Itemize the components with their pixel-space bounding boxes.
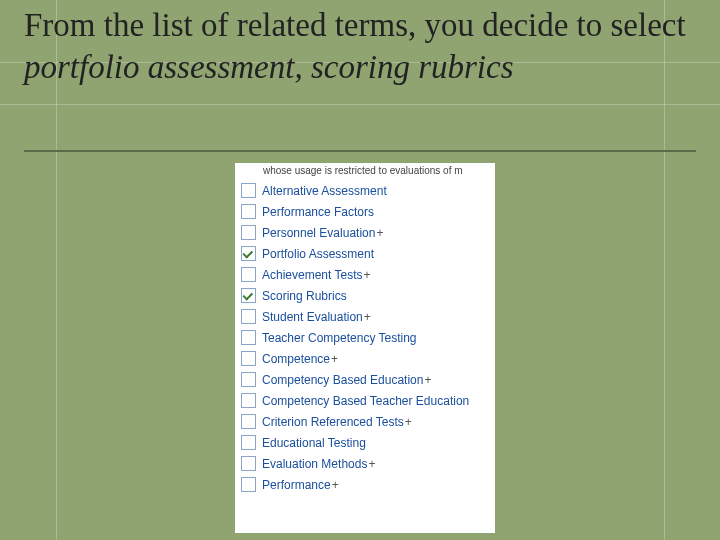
related-terms-list: Alternative AssessmentPerformance Factor…: [235, 180, 495, 495]
term-row: Performance Factors: [235, 201, 495, 222]
term-link[interactable]: Competence: [262, 352, 330, 366]
term-link[interactable]: Competency Based Teacher Education: [262, 394, 469, 408]
term-link[interactable]: Achievement Tests: [262, 268, 363, 282]
term-row: Alternative Assessment: [235, 180, 495, 201]
expand-icon[interactable]: +: [368, 457, 375, 471]
term-link[interactable]: Teacher Competency Testing: [262, 331, 417, 345]
term-link[interactable]: Student Evaluation: [262, 310, 363, 324]
term-row: Achievement Tests+: [235, 264, 495, 285]
expand-icon[interactable]: +: [364, 268, 371, 282]
term-link[interactable]: Scoring Rubrics: [262, 289, 347, 303]
term-checkbox[interactable]: [241, 414, 256, 429]
term-checkbox[interactable]: [241, 183, 256, 198]
term-checkbox[interactable]: [241, 225, 256, 240]
term-row: Educational Testing: [235, 432, 495, 453]
term-checkbox[interactable]: [241, 351, 256, 366]
term-checkbox[interactable]: [241, 393, 256, 408]
term-checkbox[interactable]: [241, 435, 256, 450]
definition-snippet: whose usage is restricted to evaluations…: [235, 163, 495, 180]
expand-icon[interactable]: +: [364, 310, 371, 324]
term-link[interactable]: Alternative Assessment: [262, 184, 387, 198]
term-checkbox[interactable]: [241, 309, 256, 324]
term-row: Teacher Competency Testing: [235, 327, 495, 348]
slide-title-plain: From the list of related terms, you deci…: [24, 7, 686, 43]
term-row: Student Evaluation+: [235, 306, 495, 327]
term-link[interactable]: Portfolio Assessment: [262, 247, 374, 261]
expand-icon[interactable]: +: [331, 352, 338, 366]
term-checkbox[interactable]: [241, 330, 256, 345]
slide-title-italic: portfolio assessment, scoring rubrics: [24, 49, 514, 85]
slide-title: From the list of related terms, you deci…: [24, 4, 696, 88]
term-row: Competence+: [235, 348, 495, 369]
term-link[interactable]: Criterion Referenced Tests: [262, 415, 404, 429]
term-link[interactable]: Competency Based Education: [262, 373, 423, 387]
thesaurus-panel: whose usage is restricted to evaluations…: [235, 163, 495, 533]
term-row: Personnel Evaluation+: [235, 222, 495, 243]
term-checkbox[interactable]: [241, 288, 256, 303]
term-row: Scoring Rubrics: [235, 285, 495, 306]
term-checkbox[interactable]: [241, 372, 256, 387]
term-row: Criterion Referenced Tests+: [235, 411, 495, 432]
term-link[interactable]: Evaluation Methods: [262, 457, 367, 471]
term-row: Evaluation Methods+: [235, 453, 495, 474]
term-checkbox[interactable]: [241, 204, 256, 219]
term-row: Performance+: [235, 474, 495, 495]
term-checkbox[interactable]: [241, 246, 256, 261]
term-checkbox[interactable]: [241, 456, 256, 471]
expand-icon[interactable]: +: [332, 478, 339, 492]
term-row: Portfolio Assessment: [235, 243, 495, 264]
term-row: Competency Based Teacher Education: [235, 390, 495, 411]
expand-icon[interactable]: +: [424, 373, 431, 387]
expand-icon[interactable]: +: [376, 226, 383, 240]
term-checkbox[interactable]: [241, 477, 256, 492]
term-link[interactable]: Personnel Evaluation: [262, 226, 375, 240]
term-link[interactable]: Performance: [262, 478, 331, 492]
term-checkbox[interactable]: [241, 267, 256, 282]
term-row: Competency Based Education+: [235, 369, 495, 390]
title-underline: [24, 150, 696, 152]
expand-icon[interactable]: +: [405, 415, 412, 429]
term-link[interactable]: Educational Testing: [262, 436, 366, 450]
term-link[interactable]: Performance Factors: [262, 205, 374, 219]
